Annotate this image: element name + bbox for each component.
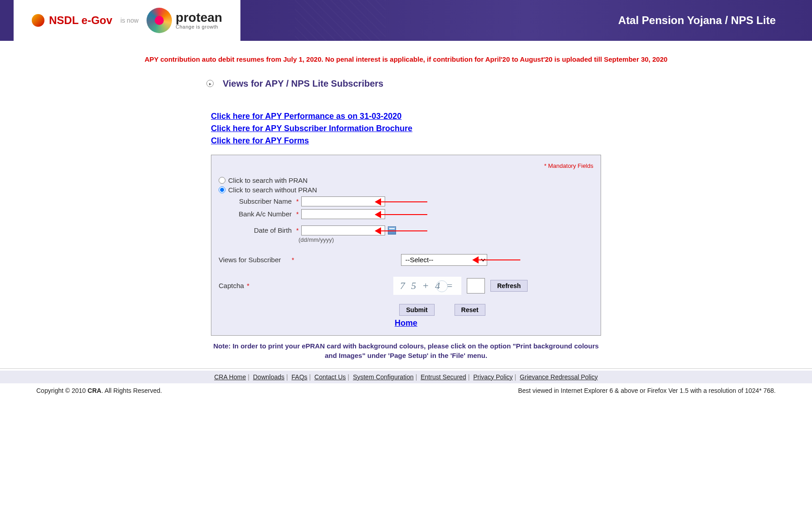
views-row: Views for Subscriber * --Select-- bbox=[219, 254, 593, 266]
captcha-input[interactable] bbox=[467, 278, 485, 294]
form-panel: * Mandatory Fields Click to search with … bbox=[211, 155, 601, 336]
radio-without-pran[interactable] bbox=[219, 186, 225, 193]
annotation-arrow-icon bbox=[377, 214, 427, 215]
footer-grievance[interactable]: Grievance Redressal Policy bbox=[520, 373, 598, 381]
required-star: * bbox=[296, 227, 298, 234]
annotation-arrow-icon bbox=[377, 201, 427, 202]
notice-text: APY contribution auto debit resumes from… bbox=[143, 54, 669, 65]
footer-entrust[interactable]: Entrust Secured bbox=[421, 373, 466, 381]
logo-area: NSDL e-Gov is now protean Change is grow… bbox=[14, 0, 240, 41]
links-block: Click here for APY Performance as on 31-… bbox=[211, 112, 669, 146]
note-text: Note: In order to print your ePRAN card … bbox=[211, 341, 601, 360]
reset-button[interactable]: Reset bbox=[455, 304, 485, 316]
protean-logo: protean Change is growth bbox=[147, 8, 222, 33]
footer-sysconfig[interactable]: System Configuration bbox=[353, 373, 414, 381]
bank-row: Bank A/c Number * bbox=[219, 209, 593, 219]
required-star: * bbox=[296, 198, 298, 205]
dob-label: Date of Birth bbox=[219, 226, 293, 234]
nsdl-text: NSDL e-Gov bbox=[49, 14, 113, 27]
radio-with-pran[interactable] bbox=[219, 177, 225, 184]
footer-faqs[interactable]: FAQs bbox=[292, 373, 308, 381]
footer-cra-home[interactable]: CRA Home bbox=[214, 373, 246, 381]
bank-label: Bank A/c Number bbox=[219, 210, 293, 218]
subscriber-label: Subscriber Name bbox=[219, 197, 293, 205]
annotation-arrow-icon bbox=[475, 259, 520, 260]
footer-links: CRA Home| Downloads| FAQs| Contact Us| S… bbox=[0, 371, 812, 383]
refresh-button[interactable]: Refresh bbox=[490, 280, 528, 292]
protean-sub: Change is growth bbox=[176, 24, 222, 29]
footer-downloads[interactable]: Downloads bbox=[253, 373, 284, 381]
mandatory-label: * Mandatory Fields bbox=[219, 162, 593, 169]
required-star: * bbox=[292, 256, 294, 264]
link-apy-forms[interactable]: Click here for APY Forms bbox=[211, 136, 669, 146]
dob-row: Date of Birth * bbox=[219, 225, 593, 235]
radio-with-pran-label: Click to search with PRAN bbox=[228, 176, 308, 184]
annotation-arrow-icon bbox=[377, 230, 427, 231]
copyright-text: Copyright © 2010 CRA. All Rights Reserve… bbox=[36, 387, 162, 394]
copyright-row: Copyright © 2010 CRA. All Rights Reserve… bbox=[0, 383, 812, 412]
dob-hint: (dd/mm/yyyy) bbox=[298, 236, 593, 243]
isnow-text: is now bbox=[121, 17, 139, 24]
submit-button[interactable]: Submit bbox=[399, 304, 434, 316]
header: NSDL e-Gov is now protean Change is grow… bbox=[0, 0, 812, 41]
link-apy-performance[interactable]: Click here for APY Performance as on 31-… bbox=[211, 112, 669, 121]
section-title: Views for APY / NPS Lite Subscribers bbox=[223, 78, 383, 89]
section-head: ▸ Views for APY / NPS Lite Subscribers bbox=[206, 78, 669, 89]
radio-with-pran-row[interactable]: Click to search with PRAN bbox=[219, 176, 593, 184]
protean-text: protean bbox=[176, 11, 222, 24]
radio-without-pran-row[interactable]: Click to search without PRAN bbox=[219, 186, 593, 194]
banner-title: Atal Pension Yojana / NPS Lite bbox=[618, 14, 776, 27]
nsdl-icon bbox=[32, 14, 44, 27]
home-link[interactable]: Home bbox=[219, 318, 593, 328]
protean-icon bbox=[147, 8, 172, 33]
button-row: Submit Reset bbox=[291, 304, 593, 316]
captcha-row: Captcha* 7 5 + 4 = Refresh bbox=[219, 277, 593, 295]
bullet-icon: ▸ bbox=[206, 80, 214, 87]
header-banner: Atal Pension Yojana / NPS Lite bbox=[240, 0, 812, 41]
footer-contact[interactable]: Contact Us bbox=[314, 373, 346, 381]
radio-without-pran-label: Click to search without PRAN bbox=[228, 186, 317, 194]
bestviewed-text: Best viewed in Internet Explorer 6 & abo… bbox=[518, 387, 776, 394]
views-label: Views for Subscriber bbox=[219, 256, 289, 264]
captcha-label: Captcha* bbox=[219, 282, 289, 289]
footer-privacy[interactable]: Privacy Policy bbox=[473, 373, 513, 381]
subscriber-row: Subscriber Name * bbox=[219, 196, 593, 206]
captcha-image: 7 5 + 4 = bbox=[393, 277, 461, 295]
header-left-bar bbox=[0, 0, 14, 41]
required-star: * bbox=[296, 210, 298, 218]
link-subscriber-brochure[interactable]: Click here for APY Subscriber Informatio… bbox=[211, 124, 669, 133]
